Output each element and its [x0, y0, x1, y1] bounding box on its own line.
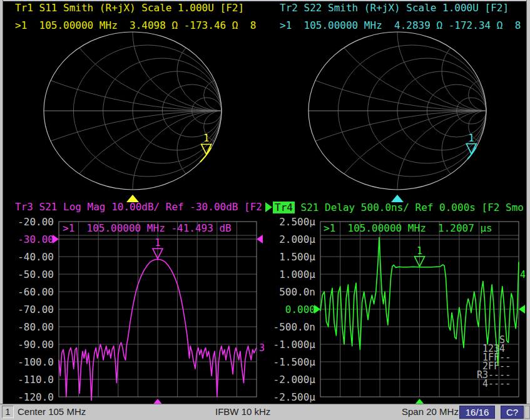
- y-tick-tr3: -110.0: [18, 374, 54, 386]
- vna-screen: 11-20.00-30.00-40.00-50.00-60.00-70.00-8…: [0, 0, 530, 420]
- tr3-marker-readout: >1 105.00000 MHz -41.493 dB: [63, 222, 232, 234]
- tr3-header: Tr3 S21 Log Mag 10.00dB/ Ref -30.00dB [F…: [0, 201, 265, 215]
- y-tick-tr4: -1.500µ: [273, 356, 316, 368]
- smith-chart-tr2: 1: [308, 32, 486, 202]
- y-tick-tr4: -2.000µ: [273, 374, 316, 386]
- rect-chart-tr3: -20.00-30.00-40.00-50.00-60.00-70.00-80.…: [18, 216, 265, 407]
- y-tick-tr3: -80.00: [18, 321, 54, 333]
- y-tick-tr3: -100.0: [18, 356, 54, 368]
- y-tick-tr4: -1.000µ: [273, 339, 316, 351]
- tr4-header: Tr4 S21 Delay 500.0ns/ Ref 0.000s [F2 Sm…: [265, 201, 530, 215]
- window-edge-right: [526, 0, 530, 404]
- tr2-marker-readout: >1 105.00000 MHz 4.2839 Ω -172.34 Ω 8: [280, 19, 521, 31]
- y-tick-tr4: -500.0n: [273, 321, 315, 333]
- trace-number-label-tr4: 4: [520, 269, 526, 280]
- y-tick-tr3: -120.0: [18, 391, 54, 403]
- ref-level-marker-right-tr4[interactable]: [519, 305, 525, 314]
- y-tick-tr3: -70.00: [18, 304, 54, 315]
- tr2-title[interactable]: Tr2 S22 Smith (R+jX) Scale 1.000U [F2]: [280, 2, 509, 14]
- ref-level-marker-right-tr3[interactable]: [257, 235, 263, 243]
- y-tick-tr3: -30.00: [18, 233, 54, 245]
- ifbw-status: IFBW 10 kHz: [215, 406, 270, 417]
- y-tick-tr3: -60.00: [18, 286, 54, 298]
- svg-text:1: 1: [469, 133, 474, 144]
- tr4-title[interactable]: S21 Delay 500.0ns/ Ref 0.000s [F2 Smo: [295, 202, 524, 213]
- y-tick-tr3: -40.00: [18, 251, 54, 263]
- svg-text:1: 1: [417, 245, 422, 257]
- smith-chart-tr1: 1: [44, 32, 222, 202]
- ref-level-marker-left-tr3[interactable]: [53, 235, 59, 243]
- window-edge-top: [0, 0, 530, 1]
- correction-indicator: C?: [501, 406, 524, 419]
- channel-number-box: 1: [2, 406, 14, 418]
- status-bar: 1 Center 105 MHz IFBW 10 kHz Span 20 MHz…: [0, 404, 530, 420]
- y-tick-tr4: 0.000: [285, 304, 315, 315]
- tr3-title[interactable]: Tr3 S21 Log Mag 10.00dB/ Ref -30.00dB [F…: [15, 201, 262, 213]
- y-tick-tr4: -2.500µ: [273, 391, 316, 403]
- correction-status-block: S 1234 1FF-- 2FF-- R3---- 4----: [477, 335, 511, 388]
- trace-number-label-tr3: 3: [259, 342, 265, 354]
- y-tick-tr3: -50.00: [18, 269, 54, 280]
- y-tick-tr4: 2.000µ: [279, 233, 315, 245]
- y-tick-tr4: 500.0n: [279, 286, 315, 298]
- y-tick-tr3: -90.00: [18, 339, 54, 351]
- svg-text:1: 1: [203, 133, 209, 144]
- active-trace-arrow-icon: [265, 202, 272, 212]
- status-spacer-box: [524, 406, 530, 419]
- y-tick-tr4: 1.500µ: [279, 251, 315, 263]
- tr4-active-badge[interactable]: Tr4: [273, 202, 295, 213]
- sweep-points-indicator: 16/16: [459, 406, 495, 419]
- tr2-header: Tr2 S22 Smith (R+jX) Scale 1.000U [F2] >…: [265, 0, 530, 33]
- y-tick-tr4: 2.500µ: [279, 216, 315, 228]
- y-tick-tr3: -20.00: [18, 216, 54, 228]
- tr1-header: Tr1 S11 Smith (R+jX) Scale 1.000U [F2] >…: [0, 0, 265, 33]
- center-frequency-status: Center 105 MHz: [18, 406, 86, 417]
- tr1-marker-readout: >1 105.00000 MHz 3.4098 Ω -173.46 Ω 8: [15, 19, 256, 31]
- tr4-marker-readout: >1 105.00000 MHz 1.2007 µs: [324, 222, 492, 234]
- tr1-title[interactable]: Tr1 S11 Smith (R+jX) Scale 1.000U [F2]: [15, 2, 244, 14]
- ref-level-marker-left-tr4[interactable]: [314, 305, 320, 314]
- window-edge-left: [0, 0, 3, 404]
- span-status: Span 20 MHz: [402, 406, 459, 417]
- svg-text:1: 1: [155, 237, 160, 248]
- y-tick-tr4: 1.000µ: [279, 269, 315, 280]
